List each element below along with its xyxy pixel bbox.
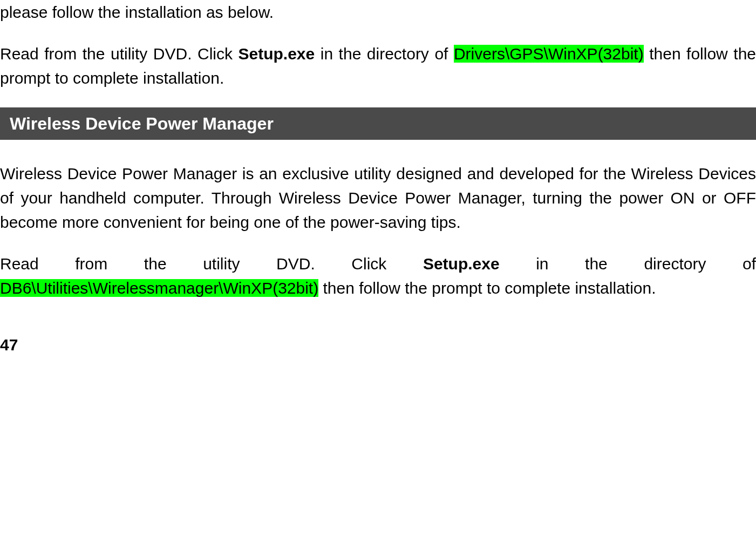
wireless-prefix: Read from the utility DVD. Click — [0, 255, 423, 273]
wireless-suffix: then follow the prompt to complete insta… — [318, 279, 656, 297]
section-header-wireless: Wireless Device Power Manager — [0, 107, 756, 140]
document-content: please follow the installation as below.… — [0, 0, 756, 357]
wireless-path-highlight: DB6\Utilities\Wirelessmanager\WinXP(32bi… — [0, 279, 318, 297]
intro-text: please follow the installation as below. — [0, 3, 274, 21]
page-number-text: 47 — [0, 336, 18, 354]
wireless-setup-exe: Setup.exe — [423, 255, 500, 273]
gps-mid: in the directory of — [315, 45, 454, 63]
gps-prefix: Read from the utility DVD. Click — [0, 45, 239, 63]
paragraph-wireless-install: Read from the utility DVD. Click Setup.e… — [0, 252, 756, 300]
gps-setup-exe: Setup.exe — [239, 45, 315, 63]
section-header-text: Wireless Device Power Manager — [0, 114, 274, 133]
paragraph-gps-install: Read from the utility DVD. Click Setup.e… — [0, 42, 756, 90]
paragraph-wireless-desc: Wireless Device Power Manager is an excl… — [0, 161, 756, 234]
paragraph-intro: please follow the installation as below. — [0, 0, 756, 24]
page-number: 47 — [0, 333, 756, 357]
wireless-mid: in the directory of — [500, 255, 756, 273]
wireless-desc-text: Wireless Device Power Manager is an excl… — [0, 165, 756, 231]
gps-path-highlight: Drivers\GPS\WinXP(32bit) — [454, 45, 644, 63]
